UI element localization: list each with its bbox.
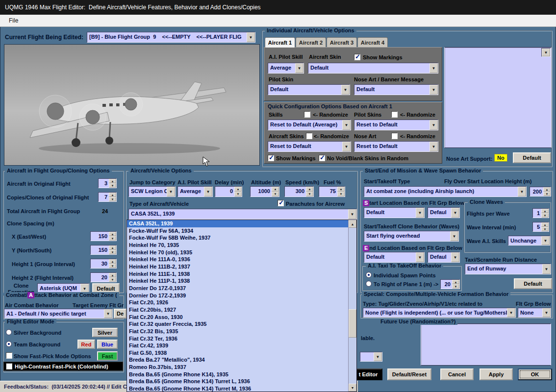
spin-up-icon[interactable] [541,209,549,213]
start-location-dropdown-2[interactable]: Defaul [428,207,460,218]
spin-down-icon[interactable] [337,192,345,196]
spin-up-icon[interactable] [109,245,116,250]
nose-art-default-button[interactable]: Default [513,152,551,163]
ok-button[interactable]: OK [518,368,552,380]
dropdown-arrow-icon[interactable] [542,264,551,274]
spin-down-icon[interactable] [272,192,279,196]
editor-partial-button[interactable]: t Editor [354,368,382,380]
dropdown-arrow-icon[interactable] [542,49,550,56]
flights-per-wave-spinner[interactable]: 1 [532,208,549,218]
future-use-dropdown[interactable] [360,352,382,362]
spin-up-icon[interactable] [234,187,242,192]
menu-file[interactable]: File [4,16,23,25]
show-markings-bottom-checkbox[interactable] [268,155,274,161]
pilot-skins-reset-dropdown[interactable]: Reset to Default [354,120,438,130]
list-item[interactable]: Heinkel He 70, 1935 [127,242,348,249]
list-item[interactable]: Romeo Ro.37bis, 1937 [127,364,348,371]
spin-up-icon[interactable] [109,273,116,277]
list-item[interactable]: Fiat Cr.42, 1939 [127,342,348,349]
start-location-dropdown[interactable]: Default [364,207,425,218]
list-scrollbar[interactable] [348,220,356,392]
dropdown-arrow-icon[interactable] [430,63,438,73]
spin-up-icon[interactable] [109,193,116,197]
combat-partial-button[interactable]: De [114,309,126,318]
list-item[interactable]: Heinkel He 111A-0, 1936 [127,256,348,263]
list-item[interactable]: Fiat Cr.32 Ter, 1936 [127,335,348,343]
list-item[interactable]: Breda Ba.27 "Metallico", 1934 [127,356,348,364]
tab-aircraft-4[interactable]: Aircraft 4 [357,37,388,47]
spin-down-icon[interactable] [109,277,116,282]
list-item[interactable]: Fiat Cr.20bis, 1927 [127,306,348,314]
wave-interval-spinner[interactable]: 5 [532,222,549,232]
clone-behavior-dropdown[interactable]: Start flying overhead [364,231,459,242]
list-item[interactable]: Heinkel He 111B-2, 1937 [127,263,348,270]
silver-background-radio[interactable] [6,329,12,335]
nose-art-banner-dropdown[interactable]: Default [354,84,438,95]
startend-default-button[interactable]: Default [514,278,552,289]
team-background-radio[interactable] [6,341,12,347]
nose-art-panel-dropdown[interactable] [541,48,551,57]
pilot-skin-dropdown[interactable]: Default [268,84,350,95]
spin-down-icon[interactable] [234,192,242,196]
dropdown-arrow-icon[interactable] [341,85,350,95]
nose-art-randomize-checkbox[interactable] [391,133,398,139]
dropdown-arrow-icon[interactable] [518,187,526,196]
dropdown-arrow-icon[interactable] [451,208,459,218]
skills-reset-dropdown[interactable]: Reset to Default (Average) [268,120,351,130]
speed-spinner[interactable]: 300 [284,186,314,197]
taxi-distance-dropdown[interactable]: End of Runway [465,264,551,274]
flyover-height-spinner[interactable]: 200 [530,187,551,196]
altitude-spinner[interactable]: 1000 [250,186,279,197]
list-item[interactable]: Heinkel He 70 (old), 1935 [127,249,348,256]
default-reset-button[interactable]: Default/Reset [387,368,431,380]
cancel-button[interactable]: Cancel [440,368,474,380]
x-spacing-spinner[interactable]: 150 [90,231,117,241]
fast-button[interactable]: Fast [97,351,118,361]
list-item[interactable]: Fiat Cr.32 quater Freccia, 1935 [127,320,348,328]
aircraft-skins-randomize-checkbox[interactable] [306,133,312,139]
special-type-dropdown[interactable]: None (Flight is independent) (... or use… [363,308,516,318]
parachutes-checkbox[interactable] [278,200,284,206]
copies-spinner[interactable]: 7 [98,192,117,202]
dropdown-arrow-icon[interactable] [167,187,175,196]
spin-down-icon[interactable] [109,250,116,254]
spin-down-icon[interactable] [109,264,116,268]
spin-down-icon[interactable] [541,213,549,218]
start-type-dropdown[interactable]: At combat zone (including Airship launch… [364,186,527,197]
aircraft-skins-reset-dropdown[interactable]: Reset to Default [268,141,351,152]
pilot-skill-dropdown[interactable]: Average [177,186,213,197]
list-item[interactable]: Breda Ba.65 (Gnome Rhone K14) Turret L, … [127,378,348,385]
high-contrast-checkbox[interactable] [6,363,12,369]
list-item[interactable]: Fiat Cr.32 Bis, 1935 [127,328,348,335]
dropdown-arrow-icon[interactable] [451,252,459,262]
spin-up-icon[interactable] [337,187,345,192]
dropdown-arrow-icon[interactable] [295,63,303,73]
delay-spinner[interactable]: 0 [215,186,242,197]
list-item[interactable]: Breda Ba.65 (Gnome Rhone K14) Turret M, … [127,385,348,392]
list-item[interactable]: Fiat Cr.20, 1926 [127,299,348,306]
apply-button[interactable]: Apply [480,368,513,380]
spin-up-icon[interactable] [109,259,116,264]
spin-down-icon[interactable] [109,183,116,188]
current-flight-dropdown[interactable]: [B9] - Blue Flight Group 9 <<--EMPTY <<-… [87,32,255,43]
skills-randomize-checkbox[interactable] [304,111,310,118]
aircraft-type-dropdown[interactable]: CASA 352L, 1939 [128,209,357,220]
dropdown-arrow-icon[interactable] [416,208,424,218]
nose-art-reset-dropdown[interactable]: Reset to Default [354,141,438,152]
tab-aircraft-3[interactable]: Aircraft 3 [327,37,357,47]
original-flight-spinner[interactable]: 3 [98,178,117,188]
blue-button[interactable]: Blue [97,340,118,349]
spin-down-icon[interactable] [306,192,313,196]
dropdown-arrow-icon[interactable] [430,120,438,130]
spin-down-icon[interactable] [109,236,116,241]
ai-pilot-skill-dropdown[interactable]: Average [268,63,304,74]
height1-spinner[interactable]: 30 [90,259,117,269]
red-button[interactable]: Red [77,340,95,349]
dropdown-arrow-icon[interactable] [542,308,551,317]
dropdown-arrow-icon[interactable] [374,352,382,361]
end-location-dropdown-2[interactable]: Defaul [428,252,460,263]
scroll-down-icon[interactable] [349,384,356,392]
list-item[interactable]: Breda Ba.65 (Gnome Rhone K14), 1935 [127,371,348,378]
dropdown-arrow-icon[interactable] [204,187,212,196]
tab-aircraft-2[interactable]: Aircraft 2 [296,37,326,47]
